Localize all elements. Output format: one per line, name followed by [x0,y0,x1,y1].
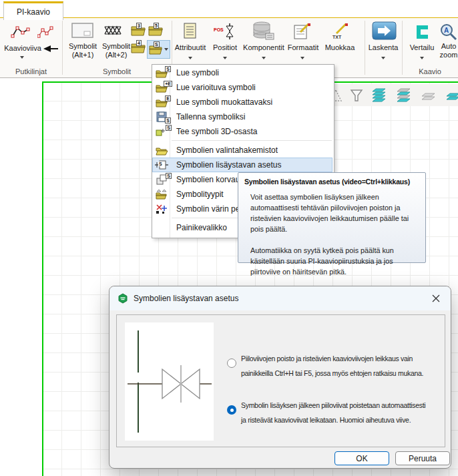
folder-read-icon: +E [153,83,170,93]
laskenta-button[interactable] [372,21,397,43]
dialog-content-panel: Piiloviivojen poisto ja risteävien kaavi… [116,314,445,447]
radio-automatic-mode[interactable] [227,405,236,415]
symbol-types-icon [153,189,170,200]
tooltip-paragraph-2: Automatiikka on syytä kytkeä pois päältä… [250,245,419,277]
menu-item-label: Symbolien valintahakemistot [170,146,278,155]
radio-manual-label[interactable]: Piiloviivojen poisto ja risteävien kaavi… [241,351,423,381]
laskenta-label: Laskenta [365,43,402,52]
ok-label: OK [356,454,367,463]
layers-teal-pair-icon[interactable] [444,87,458,103]
tooltip-title: Symbolien lisäystavan asetus (video=Ctrl… [244,178,419,186]
menu-item-valintahakemistot[interactable]: Symbolien valintahakemistot [153,143,332,158]
muokkaa-button[interactable]: TXT [331,23,350,43]
dropdown-caret-icon [188,57,192,59]
diagram-line-alt-button[interactable] [37,25,55,41]
autozoom-label: Auto zoom [434,42,458,59]
folder-read-icon: S [153,68,170,78]
make-3d-icon: S [153,126,170,137]
formaatit-button[interactable] [294,23,312,43]
menu-item-lisaystavan-asetus[interactable]: S Symbolien lisäystavan asetus [152,158,332,172]
menu-item-lue-muokattavaksi[interactable]: E Lue symboli muokattavaksi [153,95,332,109]
tab-pi-kaavio[interactable]: PI-kaavio [3,1,63,20]
option2-line1: Symbolin lisäyksen jälkeen piiloviivat p… [241,398,425,413]
svg-text:A: A [444,27,449,34]
komponentit-button[interactable] [252,21,275,44]
folder-read-icon: E [153,97,170,107]
save-floppy-icon: S [153,111,170,122]
attribuutit-button[interactable] [183,23,198,43]
formaatit-label: Formaatit [284,43,322,52]
menu-item-tallenna-symboliksi[interactable]: S Tallenna symboliksi [153,109,332,124]
menu-item-lue-varioituva[interactable]: +E Lue varioituva symboli [153,80,332,95]
position-valve-icon: POS [214,23,235,40]
vertailu-button[interactable] [415,24,431,43]
magnifier-a-icon: A [439,23,458,41]
canvas-toolbar [323,84,458,106]
badge-4: 4 [136,40,142,46]
option1-line1: Piiloviivojen poisto ja risteävien kaavi… [241,351,423,366]
symbolit2-line2: (Alt+2) [97,51,135,59]
compare-c-icon [415,24,431,40]
menu-item-label: Symbolityypit [170,190,224,199]
group-label-putkilinjat: Putkilinjat [0,67,62,75]
menu-item-lue-symboli[interactable]: S Lue symboli [153,65,332,80]
tooltip: Symbolien lisäystavan asetus (video=Ctrl… [238,172,426,263]
positiot-button[interactable]: POS [214,23,235,43]
menu-item-label: Painikevalikko [170,223,227,232]
filter-funnel-icon[interactable] [349,87,363,103]
text-edit-pencil-icon: TXT [331,23,350,40]
dropdown-caret-icon [381,57,385,59]
menu-item-label: Symbolin värin periy [170,204,248,214]
menu-separator [172,140,332,141]
dropdown-caret-icon [223,57,227,59]
tooltip-body: Voit asettaa symbolien lisäyksen jälkeen… [244,192,419,277]
read-symbol-5-button[interactable]: 5 [148,24,163,39]
cancel-button[interactable]: Peruuta [395,451,450,465]
menu-badge: S [165,66,171,72]
layers-teal-icon[interactable] [370,87,388,103]
autozoom-button[interactable]: A [439,23,458,44]
symbolit-alt2-button[interactable] [103,24,124,40]
menu-item-label: Lue varioituva symboli [170,83,256,92]
option1-line2: painikkeilla Ctrl+H tai F5, jossa myös e… [241,366,423,381]
menu-badge: S [166,125,172,131]
read-symbol-3-button[interactable]: 3 [131,24,146,39]
dropdown-caret-icon [300,57,304,59]
symbolit2-label: Symbolit (Alt+2) [97,42,135,59]
symbolit1-line1: Symbolit [64,42,101,51]
autozoom-line2: zoom [434,51,458,59]
leader-arrow-icon [43,43,59,54]
menu-item-label: Tee symboli 3D-osasta [170,127,257,136]
symbolit-alt1-button[interactable] [71,23,93,41]
layers-gray-icon[interactable] [419,87,437,103]
menu-item-tee-symboli-3d[interactable]: S Tee symboli 3D-osasta [153,124,332,139]
group-separator [402,21,403,75]
valve-symbol-drawing [125,322,214,441]
pipe-arrow-button[interactable] [43,43,59,57]
autozoom-line1: Auto [434,42,458,51]
dialog-titlebar[interactable]: Symbolien lisäystavan asetus [109,286,451,310]
symbol-menu-button[interactable]: S [147,40,170,59]
close-icon[interactable] [429,292,443,305]
kaavioviiva-button[interactable]: Kaavioviiva [0,44,45,53]
database-icon [252,21,275,41]
tooltip-paragraph-1: Voit asettaa symbolien lisäyksen jälkeen… [250,192,419,234]
symbolit1-label: Symbolit (Alt+1) [64,42,101,59]
read-symbol-4-button[interactable]: 4 [131,41,146,56]
menu-item-label: Tallenna symboliksi [170,112,245,122]
radio-manual-mode[interactable] [227,359,236,368]
ok-button[interactable]: OK [334,451,389,465]
attribuutit-label: Attribuutit [170,43,211,52]
radio-automatic-label[interactable]: Symbolin lisäyksen jälkeen piiloviivat p… [241,398,425,427]
application-window: PI-kaavio Kaavioviiv [0,0,458,476]
sheet-frame-icon [71,23,93,38]
pos-icon-text: POS [214,27,224,32]
menu-badge: E [165,95,171,101]
polyline-black-icon [11,24,31,39]
symbol-insert-settings-dialog: Symbolien lisäystavan asetus Piilo [109,286,451,469]
layers-mixed-icon[interactable] [395,87,413,103]
diagram-line-button[interactable] [11,24,31,41]
komponentit-label: Komponentit [236,43,291,52]
kaavioviiva-label: Kaavioviiva [4,44,41,52]
group-separator [62,21,63,75]
